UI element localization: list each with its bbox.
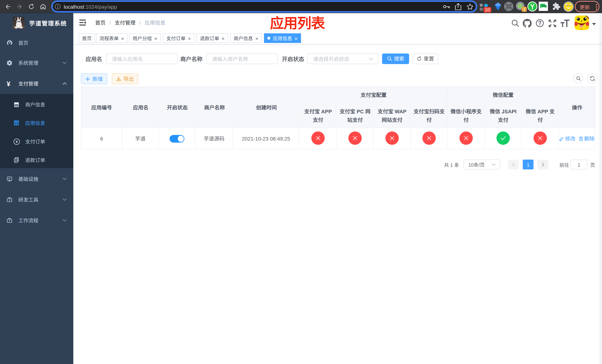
svg-text:10: 10 (485, 7, 490, 12)
svg-text:1: 1 (523, 7, 525, 11)
svg-text:¥: ¥ (16, 140, 18, 144)
